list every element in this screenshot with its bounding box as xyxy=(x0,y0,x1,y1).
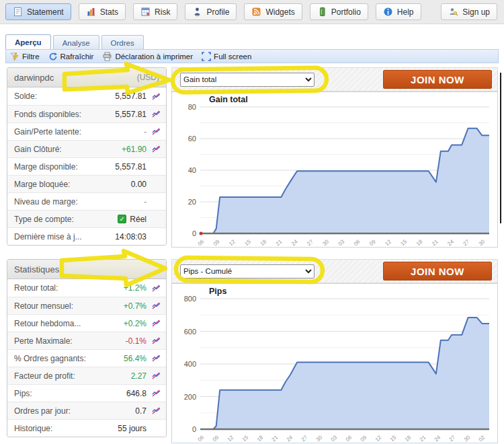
fullscreen-button[interactable]: Full screen xyxy=(202,52,251,61)
filter-icon xyxy=(10,52,19,61)
row-label: Marge bloquée: xyxy=(14,180,131,189)
nav-button-widgets[interactable]: Widgets xyxy=(244,3,302,20)
tab-label: Analyse xyxy=(62,39,90,47)
printer-icon xyxy=(102,52,112,61)
statistics-rows: Retour total:+1.2%Retour mensuel:+0.7%Re… xyxy=(7,279,166,437)
statistics-title: Statistiques xyxy=(14,264,59,274)
svg-text:03: 03 xyxy=(330,434,339,443)
statement-icon xyxy=(13,7,23,17)
row-label: Retour total: xyxy=(14,283,124,293)
svg-text:21: 21 xyxy=(419,434,427,443)
svg-text:06: 06 xyxy=(353,238,362,247)
nav-button-profile[interactable]: Profile xyxy=(185,3,237,20)
svg-text:40: 40 xyxy=(188,166,196,174)
tab-bar: Aperçu Analyse Ordres xyxy=(5,34,144,50)
svg-text:12: 12 xyxy=(374,434,383,443)
svg-text:06: 06 xyxy=(197,238,206,247)
tool-label: Full screen xyxy=(214,52,251,61)
sparkline-chart-icon[interactable] xyxy=(151,337,162,344)
account-summary-panel: darwinpdc (USD) Solde:5,557.81Fonds disp… xyxy=(7,67,167,246)
svg-text:15: 15 xyxy=(389,434,398,443)
nav-button-label: Portfolio xyxy=(331,7,361,17)
row-value: 5,557.81 xyxy=(115,162,146,172)
nav-button-label: Profile xyxy=(206,7,229,17)
join-now-button-top[interactable]: JOIN NOW xyxy=(383,70,492,89)
svg-text:60: 60 xyxy=(188,135,196,143)
sparkline-chart-icon[interactable] xyxy=(151,302,162,309)
panel-row: Ordres par jour:0.7 xyxy=(7,402,166,419)
svg-text:12: 12 xyxy=(228,238,237,247)
nav-button-risk[interactable]: Risk xyxy=(133,3,177,20)
nav-button-label: Statement xyxy=(27,7,64,17)
sparkline-chart-icon[interactable] xyxy=(151,128,162,135)
tab-ordres[interactable]: Ordres xyxy=(101,35,144,50)
svg-text:18: 18 xyxy=(404,434,413,443)
refresh-button[interactable]: Rafraîchir xyxy=(48,52,94,61)
filter-button[interactable]: Filtre xyxy=(10,52,40,61)
row-value: 14:08:03 xyxy=(115,232,146,242)
gain-total-area-chart: 020406080Gain total060912151821242730030… xyxy=(172,92,497,247)
sparkline-chart-icon[interactable] xyxy=(151,372,162,379)
nav-button-statement[interactable]: Statement xyxy=(5,3,71,20)
svg-text:02: 02 xyxy=(478,434,487,443)
sparkline-chart-icon[interactable] xyxy=(151,320,162,327)
pips-chart-metric-select[interactable]: Pips - Cumulé xyxy=(180,264,314,279)
svg-text:12: 12 xyxy=(226,434,235,443)
row-value: 5,557.81 xyxy=(115,110,146,119)
sparkline-chart-icon[interactable] xyxy=(151,285,162,292)
svg-text:400: 400 xyxy=(184,360,196,368)
svg-text:15: 15 xyxy=(241,434,250,443)
row-value: +0.7% xyxy=(124,301,146,311)
nav-button-help[interactable]: Help xyxy=(376,3,421,20)
svg-text:24: 24 xyxy=(290,238,299,247)
sparkline-chart-icon[interactable] xyxy=(151,407,162,414)
join-now-button-bottom[interactable]: JOIN NOW xyxy=(383,262,492,281)
tab-analyse[interactable]: Analyse xyxy=(53,35,99,50)
panel-row: Retour mensuel:+0.7% xyxy=(7,297,166,314)
chart-toolbar: Filtre Rafraîchir Déclaration à imprimer… xyxy=(5,49,499,63)
svg-text:21: 21 xyxy=(275,238,284,247)
sparkline-chart-icon[interactable] xyxy=(151,355,162,362)
tool-label: Rafraîchir xyxy=(60,52,94,61)
svg-text:Pips: Pips xyxy=(209,287,226,296)
pips-chart-section-header: Pips - Cumulé JOIN NOW xyxy=(171,259,498,283)
sparkline-chart-icon[interactable] xyxy=(151,93,162,100)
nav-button-stats[interactable]: Stats xyxy=(79,3,126,20)
gain-chart-metric-select[interactable]: Gain total xyxy=(180,73,314,87)
scrollbar[interactable] xyxy=(500,73,501,223)
row-value: - xyxy=(144,127,146,137)
tab-apercu[interactable]: Aperçu xyxy=(5,34,51,50)
row-value: - xyxy=(144,197,146,207)
svg-text:21: 21 xyxy=(271,434,280,443)
row-value: +0.2% xyxy=(124,319,146,328)
nav-button-sign-up[interactable]: Sign up xyxy=(441,3,497,20)
top-navigation-bar: Statement Stats Risk Profile Widgets Por… xyxy=(0,0,504,24)
row-value: 55 jours xyxy=(118,424,146,433)
svg-text:27: 27 xyxy=(462,238,470,247)
panel-row: Type de compte:✓Réel xyxy=(7,210,166,227)
row-value: 56.4% xyxy=(124,354,146,363)
panel-row: % Ordres gagnants:56.4% xyxy=(7,349,166,367)
pips-chart: 0200400600800Pips06091215182124273003060… xyxy=(171,283,498,443)
tool-label: Filtre xyxy=(22,52,40,61)
svg-text:24: 24 xyxy=(446,238,455,247)
svg-text:0: 0 xyxy=(192,229,196,237)
row-label: % Ordres gagnants: xyxy=(14,354,124,363)
svg-text:27: 27 xyxy=(300,434,309,443)
statistics-panel-header: Statistiques xyxy=(7,260,166,279)
panel-row: Dernière mise à j...14:08:03 xyxy=(7,227,166,245)
panel-row: Retour hebdoma...+0.2% xyxy=(7,314,166,332)
sparkline-chart-icon[interactable] xyxy=(151,145,162,153)
widgets-icon xyxy=(251,7,261,17)
panel-row: Gain Clôturé:+61.90 xyxy=(7,140,166,157)
print-statement-button[interactable]: Déclaration à imprimer xyxy=(102,52,193,61)
row-value: 0.00 xyxy=(131,180,146,189)
sparkline-chart-icon[interactable] xyxy=(151,110,162,118)
row-value: -0.1% xyxy=(126,336,146,346)
sparkline-chart-icon[interactable] xyxy=(151,390,162,397)
row-label: Retour hebdoma... xyxy=(14,319,124,328)
portfolio-icon xyxy=(317,7,327,17)
nav-button-portfolio[interactable]: Portfolio xyxy=(310,3,368,20)
svg-text:80: 80 xyxy=(188,103,196,111)
panel-row: Niveau de marge:- xyxy=(7,192,166,210)
